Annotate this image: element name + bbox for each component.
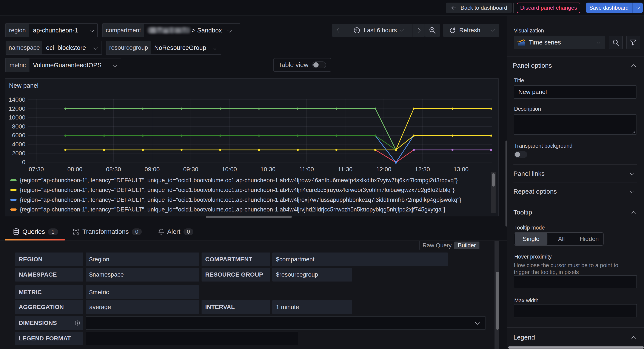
- svg-text:8000: 8000: [12, 123, 26, 130]
- svg-text:0: 0: [22, 159, 26, 165]
- svg-text:07:30: 07:30: [29, 166, 44, 173]
- svg-text:11:30: 11:30: [338, 166, 352, 173]
- svg-text:6000: 6000: [12, 132, 26, 139]
- svg-text:09:00: 09:00: [144, 166, 160, 173]
- svg-text:10000: 10000: [8, 114, 26, 121]
- svg-text:4000: 4000: [12, 141, 26, 148]
- svg-text:12000: 12000: [8, 105, 26, 112]
- svg-text:11:00: 11:00: [299, 166, 314, 173]
- svg-text:10:00: 10:00: [222, 166, 237, 173]
- svg-text:14000: 14000: [8, 96, 26, 103]
- svg-text:10:30: 10:30: [260, 166, 276, 173]
- svg-text:12:00: 12:00: [376, 166, 391, 173]
- svg-text:08:00: 08:00: [67, 166, 82, 173]
- svg-text:2000: 2000: [12, 150, 26, 157]
- svg-text:09:30: 09:30: [183, 166, 198, 173]
- svg-text:13:00: 13:00: [454, 166, 468, 173]
- svg-text:12:30: 12:30: [415, 166, 430, 173]
- svg-text:08:30: 08:30: [106, 166, 121, 173]
